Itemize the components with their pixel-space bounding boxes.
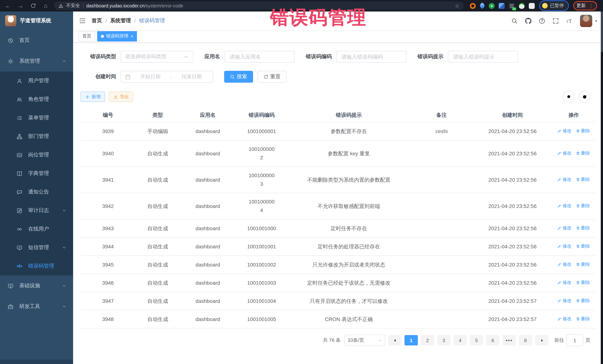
sidebar-item-infrastructure[interactable]: 基础设施 <box>0 276 73 296</box>
reset-button[interactable]: 重置 <box>257 71 287 83</box>
export-button[interactable]: 导出 <box>109 92 133 102</box>
page-button[interactable]: 6 <box>486 335 499 345</box>
extension-grid-icon[interactable] <box>499 3 505 9</box>
error-type-select[interactable]: 请选择错误码类型 <box>121 51 193 63</box>
delete-link[interactable]: 删除 <box>576 224 590 232</box>
edit-link[interactable]: 修改 <box>557 202 571 210</box>
sidebar-collapse-bar[interactable] <box>0 360 73 364</box>
page-button[interactable]: 4 <box>453 335 467 345</box>
page-button[interactable]: 1 <box>405 335 418 345</box>
edit-link[interactable]: 修改 <box>557 297 571 305</box>
sidebar-item-audit-log[interactable]: 审计日志 <box>0 201 73 220</box>
sidebar-item-notices[interactable]: 通知公告 <box>0 183 73 201</box>
edit-link[interactable]: 修改 <box>557 149 571 157</box>
help-icon[interactable] <box>539 18 545 24</box>
delete-link[interactable]: 删除 <box>576 175 590 184</box>
page-button[interactable]: 8 <box>519 335 532 345</box>
tab-close-icon[interactable]: × <box>131 34 133 38</box>
sidebar-item-dictionary[interactable]: 字典管理 <box>0 164 73 183</box>
user-avatar[interactable] <box>580 15 592 27</box>
extensions-puzzle-icon[interactable] <box>529 3 535 9</box>
sidebar-fold-icon[interactable] <box>79 17 86 24</box>
error-code-input[interactable] <box>341 53 402 60</box>
page-button[interactable]: 3 <box>437 335 451 345</box>
breadcrumb-system[interactable]: 系统管理 <box>110 17 131 24</box>
table-row: 3943自动生成dashboard1001001000定时任务不存在2021-0… <box>81 219 596 237</box>
sidebar-item-home[interactable]: 首页 <box>0 30 73 51</box>
sidebar-item-positions[interactable]: 岗位管理 <box>0 146 73 164</box>
font-size-icon[interactable]: TT <box>566 18 573 24</box>
edit-link[interactable]: 修改 <box>557 278 571 287</box>
profile-paused-badge[interactable]: 已暂停 <box>540 1 568 10</box>
delete-link[interactable]: 删除 <box>576 260 590 269</box>
date-range-picker[interactable]: 开始日期 - 结束日期 <box>121 71 213 83</box>
error-msg-input[interactable] <box>452 53 514 60</box>
sidebar-item-error-code[interactable]: </>错误码管理 <box>0 257 73 276</box>
id-card-icon <box>16 152 22 158</box>
tab-home[interactable]: 首页 <box>79 31 95 41</box>
search-button[interactable]: 搜索 <box>224 71 253 83</box>
browser-forward-icon[interactable]: → <box>16 2 24 9</box>
page-button[interactable]: 5 <box>470 335 483 345</box>
bookmark-star-icon[interactable]: ☆ <box>455 3 459 9</box>
sidebar-item-dev-tools[interactable]: 研发工具 <box>0 296 73 317</box>
delete-link[interactable]: 删除 <box>576 315 590 323</box>
extension-orange-ring-icon[interactable] <box>470 3 476 9</box>
table-row: 3945自动生成dashboard1001001002只允许修改为开启或者关闭状… <box>81 255 596 274</box>
trash-icon <box>576 263 580 266</box>
sidebar-item-system[interactable]: 系统管理 <box>0 51 73 72</box>
sidebar-item-online-users[interactable]: 在线用户 <box>0 220 73 238</box>
sidebar-item-sms[interactable]: 短信管理 <box>0 238 73 257</box>
tab-error-code[interactable]: 错误码管理 × <box>97 31 137 41</box>
delete-link[interactable]: 删除 <box>576 127 590 135</box>
delete-link[interactable]: 删除 <box>576 297 590 305</box>
app-name-input[interactable] <box>229 53 290 60</box>
page-size-select[interactable]: 10条/页 <box>344 335 385 346</box>
sidebar-item-roles[interactable]: 角色管理 <box>0 90 73 109</box>
browser-home-icon[interactable]: ⌂ <box>42 2 50 9</box>
refresh-table-icon-button[interactable] <box>579 91 590 103</box>
browser-back-icon[interactable]: ← <box>4 2 12 9</box>
edit-link[interactable]: 修改 <box>557 224 571 232</box>
delete-link[interactable]: 删除 <box>576 149 590 157</box>
add-button[interactable]: 新增 <box>81 92 105 102</box>
delete-link[interactable]: 删除 <box>576 242 590 251</box>
svg-text:T: T <box>569 18 572 24</box>
extension-list-on-icon[interactable]: on <box>509 3 515 9</box>
browser-scrollbar[interactable] <box>601 11 603 364</box>
sidebar-item-label: 字典管理 <box>28 170 49 177</box>
delete-link[interactable]: 删除 <box>576 278 590 287</box>
github-icon[interactable] <box>525 18 531 24</box>
app-title: 芋道管理系统 <box>20 17 51 24</box>
extension-plant-icon[interactable] <box>519 3 525 9</box>
edit-link[interactable]: 修改 <box>557 315 571 323</box>
sidebar-item-departments[interactable]: 部门管理 <box>0 127 73 146</box>
page-button[interactable]: 2 <box>421 335 434 345</box>
browser-reload-icon[interactable] <box>29 3 37 9</box>
sidebar-item-users[interactable]: 用户管理 <box>0 72 73 90</box>
edit-link[interactable]: 修改 <box>557 242 571 251</box>
reset-button-label: 重置 <box>270 73 280 80</box>
header-search-icon[interactable] <box>511 18 518 24</box>
extension-green-check-icon[interactable]: v <box>489 3 495 9</box>
avatar-caret-down-icon[interactable]: ▾ <box>595 19 597 23</box>
breadcrumb-home[interactable]: 首页 <box>92 17 102 24</box>
browser-menu-dots-icon[interactable]: ⋮ <box>589 3 593 9</box>
scrollbar-thumb[interactable] <box>601 11 603 52</box>
prev-page-button[interactable] <box>388 335 402 345</box>
more-pages-button[interactable]: ●●● <box>502 335 516 345</box>
address-bar[interactable]: 不安全 dashboard.yudao.iocoder.cn/system/er… <box>54 1 464 10</box>
next-page-button[interactable] <box>535 335 548 345</box>
goto-page-input[interactable] <box>566 334 583 346</box>
fullscreen-icon[interactable] <box>553 18 559 24</box>
extension-blue-drop-icon[interactable] <box>479 2 486 9</box>
extension-on-badge: on <box>512 7 516 10</box>
delete-link[interactable]: 删除 <box>576 202 590 210</box>
edit-link[interactable]: 修改 <box>557 175 571 184</box>
edit-link[interactable]: 修改 <box>557 127 571 135</box>
edit-link[interactable]: 修改 <box>557 260 571 269</box>
trash-icon <box>576 281 580 285</box>
browser-update-button[interactable]: 更新 <box>577 3 586 9</box>
sidebar-item-menus[interactable]: 菜单管理 <box>0 109 73 127</box>
toggle-search-icon-button[interactable] <box>563 91 575 103</box>
